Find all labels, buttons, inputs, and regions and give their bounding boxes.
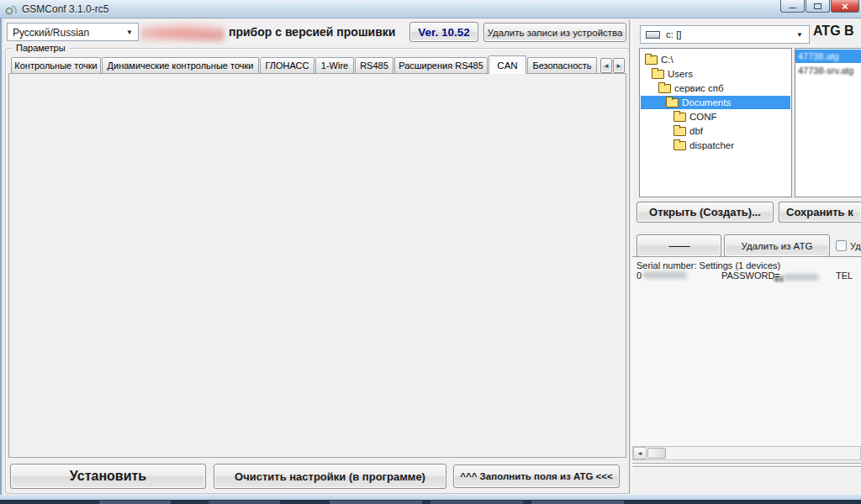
tree-item-label: Users (668, 69, 693, 79)
language-value: Русский/Russian (13, 27, 89, 39)
taskbar-button[interactable] (330, 501, 422, 504)
close-icon: × (842, 0, 848, 13)
folder-icon (673, 127, 686, 136)
taskbar-button[interactable] (209, 501, 280, 504)
maximize-button[interactable] (806, 0, 830, 13)
serial-redacted (643, 271, 687, 279)
folder-icon (673, 113, 686, 122)
delete-checkbox-label: Уд (850, 241, 861, 251)
taskbar-button[interactable] (531, 501, 624, 504)
app-icon (5, 3, 18, 16)
arrow-left-icon: ◄ (603, 62, 610, 70)
tree-item-dispatcher[interactable]: dispatcher (673, 139, 734, 152)
drive-value: c: [] (666, 29, 682, 39)
folder-icon (652, 70, 664, 79)
serial-info-list[interactable]: Serial number: Settings (1 devices) 0 PA… (632, 256, 861, 446)
tree-item-service-spb[interactable]: сервис спб (658, 81, 724, 95)
fill-from-atg-button[interactable]: ^^^ Заполнить поля из ATG <<< (453, 465, 620, 488)
delete-records-button[interactable]: Удалить записи из устройства (483, 23, 626, 42)
tree-item-documents-selected[interactable]: Documents (641, 96, 790, 109)
taskbar[interactable] (0, 500, 861, 504)
params-groupbox-label: Параметры (13, 42, 69, 55)
scroll-left-icon[interactable]: ◄ (633, 447, 647, 459)
minimize-icon: — (789, 3, 796, 12)
tab-glonass[interactable]: ГЛОНАСС (260, 57, 314, 73)
tree-item-label: dispatcher (689, 140, 734, 150)
tab-can[interactable]: CAN (489, 55, 526, 74)
scrollbar-thumb[interactable] (647, 448, 666, 459)
tab-1wire[interactable]: 1-Wire (315, 57, 354, 73)
tab-security[interactable]: Безопасность (527, 57, 597, 73)
app-window: GSMConf 3.1.0-rc5 — × Русский/Russian ▼ … (0, 0, 861, 504)
folder-icon (673, 141, 686, 150)
password-redacted (784, 274, 819, 281)
firmware-label: прибор с версией прошивки (229, 25, 395, 39)
title-bar[interactable]: GSMConf 3.1.0-rc5 — × (0, 0, 861, 18)
tab-dynamic-control-points[interactable]: Динамические контрольные точки (102, 57, 259, 73)
atg-label: ATG B (813, 24, 854, 39)
tree-item-users[interactable]: Users (652, 67, 693, 81)
language-select[interactable]: Русский/Russian ▼ (7, 23, 139, 41)
tree-item-dbf[interactable]: dbf (673, 124, 703, 138)
chevron-down-icon: ▼ (796, 31, 803, 39)
window-title: GSMConf 3.1.0-rc5 (22, 3, 108, 15)
dash-button[interactable]: —— (637, 234, 721, 257)
password-value: 44 (774, 274, 784, 284)
tree-item-label: Documents (682, 97, 731, 108)
minimize-button[interactable]: — (780, 0, 805, 13)
serial-value: 0 (637, 270, 642, 281)
taskbar-button[interactable] (430, 501, 523, 504)
password-label: PASSWORD= (721, 270, 780, 281)
folder-icon (658, 84, 671, 93)
file-name: 47738.atg (798, 51, 839, 61)
maximize-icon (814, 3, 821, 9)
logo-blurred-image (140, 21, 224, 44)
delete-from-atg-button[interactable]: Удалить из ATG (724, 234, 830, 257)
file-list[interactable]: 47738.atg 47738-srv.atg (795, 48, 861, 197)
arrow-right-icon: ► (615, 62, 622, 70)
tree-item-root[interactable]: C:\ (645, 53, 673, 66)
taskbar-button[interactable] (99, 501, 171, 504)
tab-scroll-left-button[interactable]: ◄ (600, 58, 612, 73)
tab-rs485[interactable]: RS485 (355, 57, 394, 73)
tree-item-label: сервис спб (674, 83, 724, 93)
tree-item-conf[interactable]: CONF (673, 110, 717, 123)
folder-open-icon (666, 98, 679, 108)
file-item-selected[interactable]: 47738.atg (795, 50, 861, 63)
tab-rs485-ext[interactable]: Расширения RS485 (394, 57, 488, 73)
tree-item-label: C:\ (661, 55, 673, 65)
tree-item-label: dbf (689, 126, 703, 136)
tab-control-points[interactable]: Контрольные точки (11, 57, 101, 73)
drive-select[interactable]: c: [] ▼ (640, 25, 810, 44)
delete-checkbox[interactable] (836, 240, 847, 251)
tree-item-label: CONF (689, 112, 717, 122)
file-name: 47738-srv.atg (798, 66, 853, 76)
folder-icon (645, 55, 658, 65)
tab-scroll-right-button[interactable]: ► (613, 58, 625, 73)
clear-settings-button[interactable]: Очистить настройки (в программе) (214, 464, 446, 489)
drive-icon (646, 31, 660, 39)
serial-list-hscrollbar[interactable]: ◄ (632, 446, 861, 460)
window-frame-left-inner (2, 18, 3, 495)
folder-tree[interactable]: C:\ Users сервис спб Documents CONF dbf … (639, 48, 792, 197)
divider (632, 467, 861, 468)
serial-header: Serial number: Settings (1 devices) (637, 260, 780, 270)
close-button[interactable]: × (831, 0, 859, 13)
tel-label: TEL (836, 270, 853, 281)
version-button[interactable]: Ver. 10.52 (409, 22, 478, 42)
can-tab-page (8, 73, 626, 458)
divider (632, 464, 861, 465)
open-create-button[interactable]: Открыть (Создать)... (637, 202, 774, 223)
chevron-down-icon: ▼ (126, 29, 133, 36)
install-button[interactable]: Установить (10, 464, 206, 489)
save-as-button[interactable]: Сохранить к (779, 202, 861, 223)
